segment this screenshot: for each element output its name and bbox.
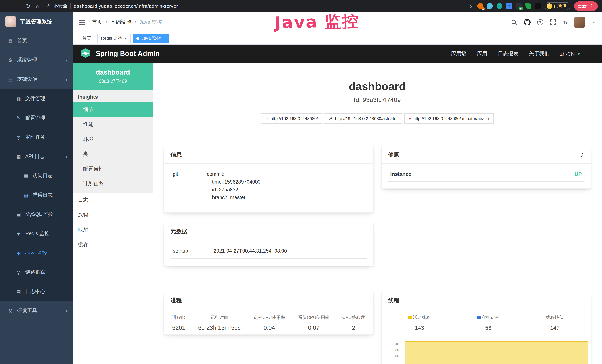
card-title: 线程	[388, 297, 399, 304]
address-bar[interactable]: ⚠ 不安全 dashboard.yudao.iocoder.cn/infra/a…	[46, 3, 178, 9]
database-icon: ▣	[16, 212, 22, 217]
infra-submenu: ▥ 文件管理 ✎ 配置管理 ◷ 定时任务 ▧ API 日志 ▴ ▨	[0, 89, 73, 301]
sidebar-item-infra[interactable]: ▤ 基础设施 ▴	[0, 70, 73, 89]
instance-link-actuator[interactable]: http://192.168.0.2:48080/actuator	[324, 114, 402, 124]
sba-menu-config-props[interactable]: 配置属性	[73, 162, 153, 177]
app-title: 芋道管理系统	[20, 18, 52, 25]
extension-icon-teal[interactable]	[496, 3, 502, 9]
tab-redis-monitor[interactable]: Redis 监控 ×	[97, 33, 130, 43]
sidebar-item-tracing[interactable]: ◎ 链路追踪	[0, 263, 73, 282]
forward-icon[interactable]: →	[15, 3, 21, 9]
close-tab-icon[interactable]: ×	[124, 36, 127, 41]
stat-label: 守护进程	[482, 314, 499, 321]
sba-menu-jvm[interactable]: JVM	[73, 208, 153, 223]
stat-value: 0.04	[253, 324, 285, 331]
stat-live-threads: 活动线程 143	[408, 314, 431, 331]
reload-icon[interactable]: ↻	[26, 3, 31, 9]
sidebar-item-java-monitor[interactable]: ◉ Java 监控	[0, 243, 73, 263]
sidebar-item-file-manage[interactable]: ▥ 文件管理	[0, 89, 73, 108]
home-icon[interactable]: ⌂	[36, 3, 39, 9]
breadcrumb-home[interactable]: 首页	[92, 19, 102, 26]
home-icon: ⌂	[266, 116, 268, 121]
sba-nav-about[interactable]: 关于我们	[529, 50, 550, 57]
close-tab-icon[interactable]: ×	[163, 36, 165, 41]
git-commit-line: commit:	[207, 170, 364, 178]
chrome-update-button[interactable]: 更新 ⋮	[574, 1, 598, 11]
insights-group-label[interactable]: Insights	[73, 90, 153, 102]
sidebar-item-error-log[interactable]: ▨ 错误日志	[0, 185, 73, 205]
sba-nav-wallboard[interactable]: 应用墙	[451, 50, 467, 57]
paused-label: 已暂停	[554, 3, 567, 9]
sba-nav-journal[interactable]: 日志报表	[498, 50, 519, 57]
tab-label: Redis 监控	[101, 35, 122, 42]
extension-icon-dark[interactable]: on	[516, 3, 522, 9]
info-card-header: 信息	[164, 147, 373, 163]
sidebar-item-api-log[interactable]: ▧ API 日志 ▴	[0, 147, 73, 166]
sidebar-toggle-icon[interactable]	[79, 20, 85, 25]
extension-icon-grid[interactable]	[506, 3, 512, 9]
extension-icon-leaf[interactable]	[525, 3, 531, 9]
profile-avatar-icon	[546, 3, 552, 9]
sba-menu-loggers[interactable]: 日志	[73, 193, 153, 208]
sba-menu-details[interactable]: 细节	[73, 102, 153, 117]
extension-icon-drop[interactable]	[487, 3, 493, 9]
metadata-card-header: 元数据	[164, 223, 373, 240]
sidebar-logo[interactable]: 芋道管理系统	[0, 12, 73, 31]
sba-menu-classes[interactable]: 类	[73, 147, 153, 162]
sba-menu-caches[interactable]: 缓存	[73, 237, 153, 252]
stat-value: 0.07	[298, 324, 330, 331]
sidebar-item-config-manage[interactable]: ✎ 配置管理	[0, 108, 73, 128]
font-size-icon[interactable]: TT	[562, 19, 567, 25]
sba-menu-metrics[interactable]: 性能	[73, 117, 153, 132]
sba-menu-environment[interactable]: 环境	[73, 132, 153, 147]
extension-icon-orange[interactable]: 1	[477, 3, 483, 9]
back-icon[interactable]: ←	[4, 3, 10, 9]
bookmark-star-icon[interactable]: ☆	[468, 3, 473, 9]
stat-label: 系统CPU使用率	[298, 314, 330, 321]
sidebar-item-system[interactable]: ⚙ 系统管理 ▾	[0, 50, 73, 70]
sba-menu-scheduled-tasks[interactable]: 计划任务	[73, 177, 153, 191]
instance-name: dashboard	[76, 69, 150, 76]
metadata-card: 元数据 startup 2021-04-27T00:44:31.254+08:0…	[163, 223, 374, 266]
url-text[interactable]: dashboard.yudao.iocoder.cn/infra/admin-s…	[74, 3, 178, 9]
instance-link-health[interactable]: ♥ http://192.168.0.2:48080/actuator/heal…	[404, 114, 494, 124]
instance-id: 93a3fc7f7409	[76, 79, 150, 84]
sidebar-item-label: 首页	[17, 37, 27, 44]
tab-java-monitor[interactable]: Java 监控 ×	[133, 33, 169, 43]
github-icon[interactable]	[524, 19, 530, 26]
tab-home[interactable]: 首页	[79, 33, 95, 43]
screenshot-annotation: Java 监控	[275, 10, 360, 34]
instance-link-home[interactable]: ⌂ http://192.168.0.2:48080/	[261, 114, 322, 124]
security-label[interactable]: 不安全	[54, 3, 67, 9]
chrome-menu-icon[interactable]: ⋮	[589, 3, 594, 9]
help-icon[interactable]: ?	[537, 19, 543, 25]
address-divider	[70, 3, 71, 9]
card-title: 进程	[171, 297, 182, 304]
sba-brand-title[interactable]: Spring Boot Admin	[96, 50, 160, 58]
sba-locale-select[interactable]: zh-CN	[560, 51, 581, 57]
sidebar-item-scheduled-jobs[interactable]: ◷ 定时任务	[0, 128, 73, 147]
history-icon[interactable]: ↺	[579, 151, 584, 158]
stat-label: 进程ID	[172, 314, 185, 321]
breadcrumb-section[interactable]: 基础设施	[110, 19, 131, 26]
sidebar-item-log-center[interactable]: ▤ 日志中心	[0, 282, 73, 301]
chrome-toolbar: ☆ 1 on 已暂停 更新 ⋮	[468, 1, 598, 11]
sidebar-item-access-log[interactable]: ▨ 访问日志	[0, 166, 73, 185]
sba-menu-mappings[interactable]: 映射	[73, 223, 153, 237]
sidebar-item-dev-tools[interactable]: ⚒ 研发工具 ▾	[0, 301, 73, 321]
sidebar-item-redis-monitor[interactable]: ◈ Redis 监控	[0, 224, 73, 243]
sidebar-item-home[interactable]: ▦ 首页	[0, 31, 73, 50]
card-title: 元数据	[171, 228, 187, 235]
sba-nav-applications[interactable]: 应用	[477, 50, 487, 57]
user-avatar[interactable]	[574, 17, 585, 28]
fullscreen-icon[interactable]	[550, 19, 556, 25]
sidebar-item-mysql-monitor[interactable]: ▣ MySQL 监控	[0, 205, 73, 224]
threads-card: 线程 活动线程 143 守护进程 53	[381, 292, 591, 364]
search-icon[interactable]	[511, 19, 517, 25]
extension-icon-puzzle[interactable]	[535, 3, 541, 9]
sidebar-item-label: 错误日志	[33, 192, 53, 198]
top-navbar: 首页 / 基础设施 / Java 监控 Java 监控 ?	[73, 12, 602, 33]
instance-header[interactable]: dashboard 93a3fc7f7409	[73, 63, 153, 90]
profile-paused-chip[interactable]: 已暂停	[545, 2, 570, 10]
breadcrumb-separator: /	[135, 19, 136, 25]
